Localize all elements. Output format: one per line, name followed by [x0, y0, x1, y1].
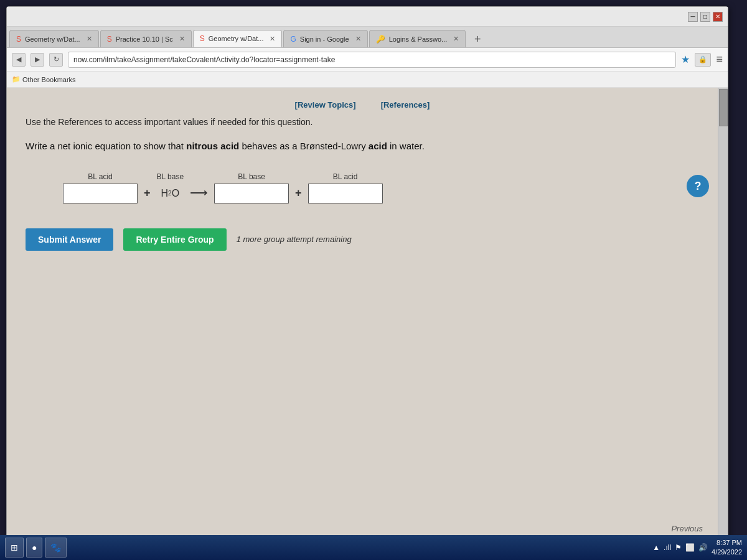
bookmark-label: Other Bookmarks — [22, 76, 76, 83]
clock-date: 4/29/2022 — [712, 548, 742, 557]
tab-close-3[interactable]: ✕ — [270, 35, 275, 43]
bl-acid-label-2: BL acid — [333, 172, 358, 181]
clock-time: 8:37 PM — [712, 538, 742, 548]
folder-icon: 📁 — [12, 75, 21, 83]
tab-icon-1: S — [16, 35, 21, 44]
references-link[interactable]: [References] — [381, 100, 430, 110]
browser-window: ─ □ ✕ S Geometry w/Dat... ✕ S Practice 1… — [6, 6, 728, 541]
bookmark-folder[interactable]: 📁 Other Bookmarks — [12, 75, 76, 83]
app-icon: 🐾 — [50, 543, 61, 553]
nitrous-acid-bold: nitrous acid — [186, 141, 239, 151]
title-bar: ─ □ ✕ — [7, 7, 728, 27]
chrome-icon: ● — [32, 543, 37, 553]
window-icon: ⬜ — [685, 543, 695, 552]
volume-icon: 🔊 — [698, 543, 708, 552]
tab-close-4[interactable]: ✕ — [355, 35, 361, 43]
tab-label-1: Geometry w/Dat... — [25, 35, 80, 43]
system-tray: ▲ .ıll ⚑ ⬜ 🔊 8:37 PM 4/29/2022 — [652, 538, 742, 558]
tab-close-5[interactable]: ✕ — [453, 35, 459, 43]
bl-base-input[interactable] — [214, 184, 289, 203]
network-bars: .ıll — [664, 543, 671, 552]
taskbar-clock: 8:37 PM 4/29/2022 — [712, 538, 742, 558]
tab-label-2: Practice 10.10 | Sc — [116, 35, 173, 43]
signal-icon: ▲ — [652, 543, 660, 552]
instruction-text: Use the References to access important v… — [26, 117, 699, 127]
tab-label-3: Geometry w/Dat... — [209, 35, 264, 42]
back-button[interactable]: ◀ — [12, 53, 26, 67]
bl-base-label-1: BL base — [157, 172, 184, 181]
url-input[interactable]: now.com/ilrn/takeAssignment/takeCovalent… — [68, 52, 676, 68]
window-controls: ─ □ ✕ — [688, 12, 723, 22]
bl-acid-label-1: BL acid — [88, 172, 113, 181]
url-text: now.com/ilrn/takeAssignment/takeCovalent… — [73, 55, 335, 64]
bl-base-group-2: BL base — [214, 172, 289, 203]
taskbar-start-button[interactable]: ⊞ — [5, 538, 24, 558]
tab-close-2[interactable]: ✕ — [179, 35, 185, 43]
arrow-symbol: ⟶ — [190, 185, 208, 203]
tab-practice[interactable]: S Practice 10.10 | Sc ✕ — [100, 30, 192, 47]
acid-bold: acid — [369, 141, 387, 151]
bl-base-group-1: BL base H2O — [157, 172, 184, 203]
tab-label-5: Logins & Passwo... — [389, 35, 448, 43]
scroll-thumb[interactable] — [719, 89, 728, 126]
bookmarks-bar: 📁 Other Bookmarks — [7, 72, 728, 88]
taskbar-chrome-button[interactable]: ● — [26, 538, 42, 558]
button-row: Submit Answer Retry Entire Group 1 more … — [26, 228, 699, 251]
bl-acid-input-2[interactable] — [308, 184, 383, 203]
h2o-formula: H2O — [157, 184, 184, 203]
tab-close-1[interactable]: ✕ — [87, 35, 92, 43]
tab-logins[interactable]: 🔑 Logins & Passwo... ✕ — [369, 30, 466, 47]
bl-acid-group-1: BL acid — [63, 172, 138, 203]
tab-icon-3: S — [200, 34, 205, 43]
minimize-button[interactable]: ─ — [688, 12, 698, 22]
bl-base-label-2: BL base — [238, 172, 265, 181]
bl-acid-group-2: BL acid — [308, 172, 383, 203]
tab-icon-5: 🔑 — [376, 35, 385, 44]
equation-container: BL acid + BL base H2O ⟶ BL base + — [26, 172, 699, 203]
review-topics-link[interactable]: [Review Topics] — [295, 100, 356, 110]
tab-icon-2: S — [107, 35, 112, 44]
bl-acid-input-1[interactable] — [63, 184, 138, 203]
forward-button[interactable]: ▶ — [31, 53, 44, 67]
tab-geometry1[interactable]: S Geometry w/Dat... ✕ — [9, 30, 99, 47]
flag-icon: ⚑ — [675, 543, 682, 552]
close-button[interactable]: ✕ — [713, 12, 723, 22]
new-tab-button[interactable]: + — [469, 31, 486, 47]
tab-google[interactable]: G Sign in - Google ✕ — [283, 30, 367, 47]
main-content-area: [Review Topics] [References] Use the Ref… — [7, 88, 718, 541]
tab-label-4: Sign in - Google — [300, 35, 349, 43]
taskbar-app-button[interactable]: 🐾 — [45, 538, 67, 558]
question-text: Write a net ionic equation to show that … — [26, 139, 699, 154]
help-button[interactable]: ? — [687, 175, 709, 197]
maximize-button[interactable]: □ — [700, 12, 710, 22]
toolbar-links: [Review Topics] [References] — [26, 100, 699, 110]
previous-link[interactable]: Previous — [671, 524, 703, 533]
extensions-button[interactable]: 🔒 — [695, 53, 711, 67]
tab-bar: S Geometry w/Dat... ✕ S Practice 10.10 |… — [7, 27, 728, 48]
attempt-remaining-text: 1 more group attempt remaining — [237, 235, 352, 244]
scrollbar[interactable] — [718, 88, 728, 541]
tab-geometry2[interactable]: S Geometry w/Dat... ✕ — [193, 30, 283, 47]
bookmark-star-icon[interactable]: ★ — [681, 54, 690, 65]
submit-answer-button[interactable]: Submit Answer — [26, 228, 113, 251]
address-bar: ◀ ▶ ↻ now.com/ilrn/takeAssignment/takeCo… — [7, 48, 728, 72]
tab-icon-4: G — [290, 35, 296, 44]
page-content: [Review Topics] [References] Use the Ref… — [7, 88, 728, 541]
taskbar: ⊞ ● 🐾 ▲ .ıll ⚑ ⬜ 🔊 8:37 PM 4/29/2022 — [0, 535, 747, 560]
reload-button[interactable]: ↻ — [49, 53, 63, 67]
retry-entire-group-button[interactable]: Retry Entire Group — [123, 228, 226, 251]
start-icon: ⊞ — [11, 543, 18, 553]
menu-icon[interactable]: ≡ — [716, 53, 723, 66]
plus-operator-1: + — [144, 187, 151, 203]
plus-operator-2: + — [295, 187, 302, 203]
